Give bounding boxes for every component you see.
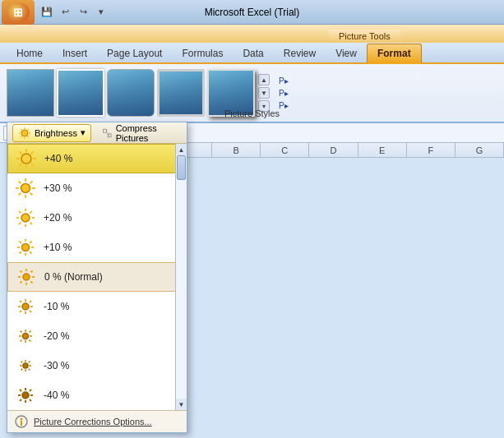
compress-btn-label: Compress Pictures [116, 123, 176, 143]
col-header-g: G [455, 143, 504, 157]
svg-line-57 [31, 271, 33, 273]
brightness-sun-icon-minus30 [14, 354, 37, 377]
svg-line-19 [20, 152, 22, 154]
brightness-item-minus40[interactable]: -40 % [7, 380, 187, 410]
picture-style-4[interactable] [157, 69, 205, 117]
svg-line-30 [30, 182, 33, 184]
scroll-down-arrow[interactable]: ▼ [176, 399, 187, 410]
svg-line-83 [29, 369, 30, 371]
tab-page-layout[interactable]: Page Layout [97, 44, 172, 62]
picture-style-2[interactable] [57, 69, 104, 117]
brightness-button[interactable]: Brightness ▾ [12, 124, 91, 142]
svg-line-92 [30, 399, 31, 401]
brightness-header: Brightness ▾ Compress Pictures [7, 122, 187, 144]
svg-line-91 [20, 390, 21, 391]
ribbon-tabs: Home Insert Page Layout Formulas Data Re… [0, 43, 504, 64]
svg-point-0 [21, 130, 28, 136]
svg-rect-97 [21, 421, 22, 426]
picture-style-3[interactable] [107, 69, 155, 117]
svg-point-50 [23, 274, 30, 280]
scroll-down-icon[interactable]: ▼ [258, 87, 270, 99]
svg-line-8 [21, 136, 22, 137]
svg-line-49 [20, 251, 21, 253]
svg-point-41 [22, 244, 30, 251]
col-header-f: F [407, 143, 455, 157]
brightness-item-30[interactable]: +30 % [7, 173, 187, 203]
sun-small-icon [18, 127, 31, 140]
brightness-value-30: +30 % [44, 182, 72, 194]
svg-point-23 [21, 184, 30, 193]
svg-point-68 [23, 334, 29, 339]
brightness-item-normal[interactable]: 0 % (Normal) [7, 262, 187, 292]
picture-effects-button[interactable]: P▸ [276, 88, 291, 99]
brightness-value-20: +20 % [44, 212, 72, 224]
brightness-dropdown: Brightness ▾ Compress Pictures ▲ ▼ [7, 122, 187, 433]
save-icon[interactable]: 💾 [39, 5, 54, 20]
brightness-scrollbar[interactable]: ▲ ▼ [175, 144, 187, 410]
svg-line-5 [21, 129, 22, 131]
column-headers: B C D E F G [187, 143, 504, 158]
ribbon-scroll-buttons: ▲ ▼ ▾ [258, 74, 270, 112]
compress-icon [102, 127, 113, 140]
picture-border-button[interactable]: P▸ [276, 76, 291, 86]
scroll-up-arrow[interactable]: ▲ [176, 144, 187, 155]
picture-style-1[interactable] [7, 69, 54, 117]
ribbon-right-buttons: P▸ P▸ P▸ [276, 76, 291, 111]
svg-line-22 [20, 164, 22, 166]
brightness-item-minus30[interactable]: -30 % [7, 351, 187, 380]
svg-line-76 [21, 340, 22, 342]
tab-review[interactable]: Review [274, 44, 326, 62]
dropdown-icon[interactable]: ▾ [94, 5, 109, 20]
svg-line-94 [20, 399, 21, 401]
svg-line-28 [19, 182, 21, 184]
tab-formulas[interactable]: Formulas [172, 44, 233, 62]
brightness-item-40[interactable]: +40 % [7, 144, 187, 173]
svg-line-55 [21, 271, 22, 273]
tab-format[interactable]: Format [367, 44, 422, 64]
picture-styles-group [7, 69, 255, 117]
ribbon-content: ▲ ▼ ▾ P▸ P▸ P▸ Picture Styles [0, 64, 504, 123]
tab-data[interactable]: Data [233, 44, 273, 62]
brightness-item-20[interactable]: +20 % [7, 203, 187, 233]
brightness-sun-icon-minus20 [14, 325, 37, 348]
svg-line-29 [30, 193, 33, 196]
brightness-sun-icon-10 [14, 236, 37, 259]
scroll-up-icon[interactable]: ▲ [258, 74, 270, 85]
redo-icon[interactable]: ↪ [76, 5, 90, 20]
title-bar: ⊞ 💾 ↩ ↪ ▾ Microsoft Excel (Trial) [0, 0, 504, 25]
svg-line-64 [20, 301, 21, 302]
scroll-thumb[interactable] [177, 155, 186, 180]
svg-line-48 [30, 242, 31, 243]
compress-pictures-button[interactable]: Compress Pictures [96, 121, 182, 145]
col-header-d: D [309, 143, 358, 157]
brightness-sun-icon-40 [15, 147, 38, 170]
brightness-item-minus10[interactable]: -10 % [7, 292, 187, 321]
brightness-item-10[interactable]: +10 % [7, 233, 187, 262]
brightness-dropdown-arrow: ▾ [81, 127, 86, 138]
svg-point-14 [21, 154, 31, 164]
corner-cell [187, 143, 212, 157]
tab-home[interactable]: Home [7, 44, 53, 62]
corrections-footer[interactable]: Picture Corrections Options... [7, 410, 187, 432]
tab-insert[interactable]: Insert [53, 44, 97, 62]
svg-line-46 [20, 242, 21, 243]
tab-view[interactable]: View [326, 44, 367, 62]
quick-access-toolbar: 💾 ↩ ↪ ▾ [39, 5, 109, 20]
corrections-options-label: Picture Corrections Options... [34, 417, 152, 426]
svg-line-58 [21, 282, 22, 284]
brightness-value-minus40: -40 % [44, 390, 69, 401]
brightness-btn-label: Brightness [35, 128, 77, 138]
brightness-value-minus10: -10 % [44, 301, 69, 312]
svg-marker-13 [109, 134, 110, 136]
brightness-sun-icon-minus10 [14, 295, 37, 318]
svg-line-37 [19, 211, 21, 213]
svg-line-6 [28, 136, 30, 137]
undo-icon[interactable]: ↩ [58, 5, 72, 20]
brightness-item-minus20[interactable]: -20 % [7, 321, 187, 351]
svg-line-56 [31, 282, 33, 284]
brightness-value-minus20: -20 % [44, 330, 69, 342]
title-bar-left: ⊞ 💾 ↩ ↪ ▾ [0, 0, 109, 24]
brightness-sun-icon-normal [15, 265, 38, 288]
office-button[interactable]: ⊞ [2, 0, 35, 25]
svg-line-39 [30, 211, 32, 213]
